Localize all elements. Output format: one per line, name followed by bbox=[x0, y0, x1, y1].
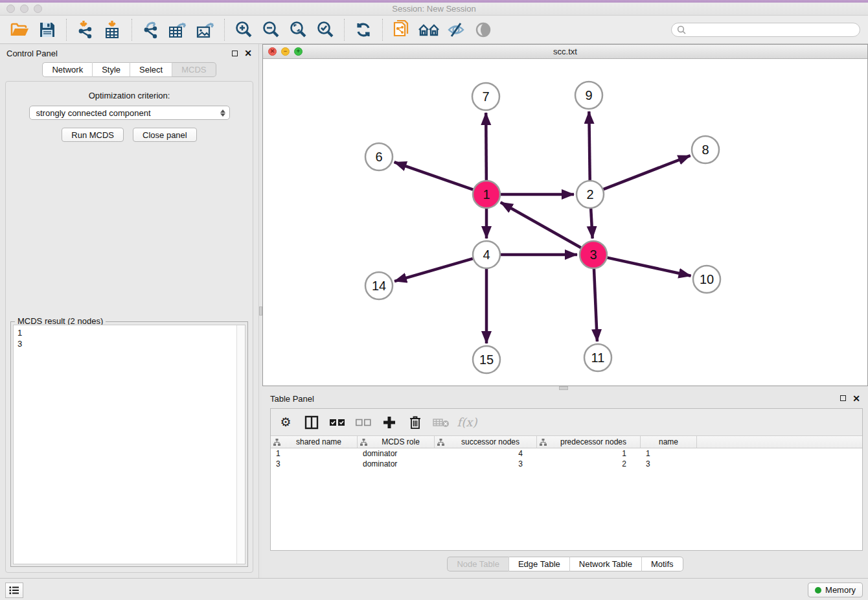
tab-node-table[interactable]: Node Table bbox=[447, 557, 509, 571]
node-label: 1 bbox=[483, 187, 490, 202]
close-panel-icon[interactable]: ✕ bbox=[244, 50, 252, 56]
table-cell-mcds-role[interactable]: dominator bbox=[358, 459, 435, 468]
table-settings-gear-icon[interactable]: ⚙ bbox=[277, 414, 294, 431]
column-type-icon bbox=[540, 439, 547, 446]
edge-3-10[interactable] bbox=[607, 258, 691, 276]
graph-node-7[interactable]: 7 bbox=[472, 83, 499, 110]
network-graph[interactable]: 1234678910111415 bbox=[263, 59, 867, 386]
tab-style[interactable]: Style bbox=[93, 62, 130, 77]
column-layout-icon[interactable] bbox=[303, 414, 320, 431]
search-icon bbox=[677, 25, 686, 34]
tab-motifs[interactable]: Motifs bbox=[642, 557, 683, 571]
column-header-shared-name[interactable]: shared name bbox=[271, 436, 358, 448]
column-header-label: successor nodes bbox=[447, 437, 534, 446]
select-chevrons-icon bbox=[220, 110, 225, 117]
column-header-mcds-role[interactable]: MCDS role bbox=[358, 436, 435, 448]
column-header-predecessor-nodes[interactable]: predecessor nodes bbox=[537, 436, 641, 448]
graph-node-2[interactable]: 2 bbox=[577, 181, 604, 208]
float-panel-icon[interactable] bbox=[840, 395, 846, 401]
network-view-window: ✕ − + scc.txt 1234678910111415 bbox=[262, 44, 868, 386]
hide-selected-eye-slash-icon[interactable] bbox=[444, 18, 468, 41]
graph-node-6[interactable]: 6 bbox=[365, 143, 393, 170]
network-canvas[interactable]: 1234678910111415 bbox=[263, 59, 867, 386]
duplicate-network-icon[interactable] bbox=[389, 18, 414, 41]
column-header-successor-nodes[interactable]: successor nodes bbox=[435, 436, 537, 448]
edge-3-1[interactable] bbox=[501, 202, 581, 248]
close-panel-icon[interactable]: ✕ bbox=[852, 395, 860, 402]
tab-network[interactable]: Network bbox=[42, 62, 93, 77]
zoom-out-icon[interactable] bbox=[258, 18, 283, 41]
float-panel-icon[interactable] bbox=[232, 51, 238, 56]
toolbar-separator bbox=[382, 19, 383, 41]
table-cell-predecessor-nodes[interactable]: 1 bbox=[537, 449, 641, 458]
result-scrollbar[interactable] bbox=[236, 325, 245, 564]
table-cell-shared-name[interactable]: 1 bbox=[271, 449, 358, 458]
table-cell-successor-nodes[interactable]: 3 bbox=[435, 459, 537, 468]
table-cell-name[interactable]: 1 bbox=[641, 449, 697, 458]
edge-2-8[interactable] bbox=[604, 156, 691, 189]
graph-node-9[interactable]: 9 bbox=[575, 82, 602, 109]
select-all-icon[interactable] bbox=[329, 414, 346, 431]
search-input[interactable] bbox=[686, 25, 854, 34]
search-field[interactable] bbox=[671, 23, 860, 37]
show-all-eye-icon[interactable] bbox=[471, 18, 496, 41]
table-cell-name[interactable]: 3 bbox=[641, 459, 697, 468]
table-cell-mcds-role[interactable]: dominator bbox=[358, 449, 435, 458]
edge-1-6[interactable] bbox=[394, 162, 474, 189]
task-history-button[interactable] bbox=[5, 583, 23, 598]
edge-2-9[interactable] bbox=[589, 111, 589, 180]
table-row[interactable]: 1dominator411 bbox=[271, 448, 862, 459]
tab-edge-table[interactable]: Edge Table bbox=[509, 557, 570, 571]
table-cell-successor-nodes[interactable]: 4 bbox=[435, 449, 537, 458]
export-network-icon[interactable] bbox=[139, 18, 163, 41]
edge-2-3[interactable] bbox=[591, 209, 592, 238]
graph-node-1[interactable]: 1 bbox=[473, 181, 500, 208]
export-image-icon[interactable] bbox=[193, 18, 218, 41]
table-row[interactable]: 3dominator323 bbox=[271, 459, 862, 469]
criterion-select[interactable]: strongly connected component bbox=[29, 106, 230, 120]
splitter-handle[interactable] bbox=[259, 306, 262, 316]
graph-node-15[interactable]: 15 bbox=[473, 346, 500, 373]
save-session-icon[interactable] bbox=[35, 18, 60, 41]
window-title: Session: New Session bbox=[0, 4, 868, 14]
zoom-fit-icon[interactable] bbox=[286, 18, 310, 41]
table-cell-predecessor-nodes[interactable]: 2 bbox=[537, 459, 641, 468]
column-type-icon bbox=[273, 439, 280, 446]
first-neighbors-icon[interactable] bbox=[417, 18, 441, 41]
table-header-row: shared nameMCDS rolesuccessor nodesprede… bbox=[271, 436, 862, 448]
refresh-layout-icon[interactable] bbox=[351, 18, 376, 41]
node-label: 8 bbox=[702, 143, 709, 157]
memory-button[interactable]: Memory bbox=[808, 583, 863, 597]
mcds-result-list[interactable]: 1 3 bbox=[14, 325, 236, 564]
open-folder-icon[interactable] bbox=[8, 18, 32, 41]
edge-3-11[interactable] bbox=[594, 269, 597, 341]
graph-node-10[interactable]: 10 bbox=[693, 266, 720, 293]
graph-node-14[interactable]: 14 bbox=[365, 272, 393, 299]
add-column-plus-icon[interactable] bbox=[381, 414, 398, 431]
zoom-selected-icon[interactable] bbox=[313, 18, 337, 41]
tab-network-table[interactable]: Network Table bbox=[570, 557, 642, 571]
tab-select[interactable]: Select bbox=[130, 62, 172, 77]
graph-node-4[interactable]: 4 bbox=[473, 241, 500, 268]
run-mcds-button[interactable]: Run MCDS bbox=[62, 128, 124, 142]
tab-mcds[interactable]: MCDS bbox=[172, 62, 216, 77]
memory-status-icon bbox=[815, 587, 821, 594]
edge-1-7[interactable] bbox=[486, 113, 486, 180]
graph-node-11[interactable]: 11 bbox=[584, 344, 611, 371]
edge-4-14[interactable] bbox=[394, 259, 473, 281]
zoom-in-icon[interactable] bbox=[231, 18, 256, 41]
import-network-icon[interactable] bbox=[73, 18, 98, 41]
table-panel: Table Panel ✕ ⚙ bbox=[262, 390, 868, 578]
graph-node-8[interactable]: 8 bbox=[692, 136, 719, 163]
toolbar-separator bbox=[344, 19, 345, 41]
column-header-label: name bbox=[643, 437, 694, 446]
graph-node-3[interactable]: 3 bbox=[580, 241, 607, 268]
import-table-icon[interactable] bbox=[100, 18, 125, 41]
deselect-all-icon[interactable] bbox=[355, 414, 372, 431]
network-window-title: scc.txt bbox=[263, 47, 867, 56]
table-cell-shared-name[interactable]: 3 bbox=[271, 459, 358, 468]
delete-column-trash-icon[interactable] bbox=[407, 414, 424, 431]
close-panel-button[interactable]: Close panel bbox=[133, 128, 197, 142]
column-header-name[interactable]: name bbox=[641, 436, 697, 448]
export-table-icon[interactable] bbox=[166, 18, 190, 41]
